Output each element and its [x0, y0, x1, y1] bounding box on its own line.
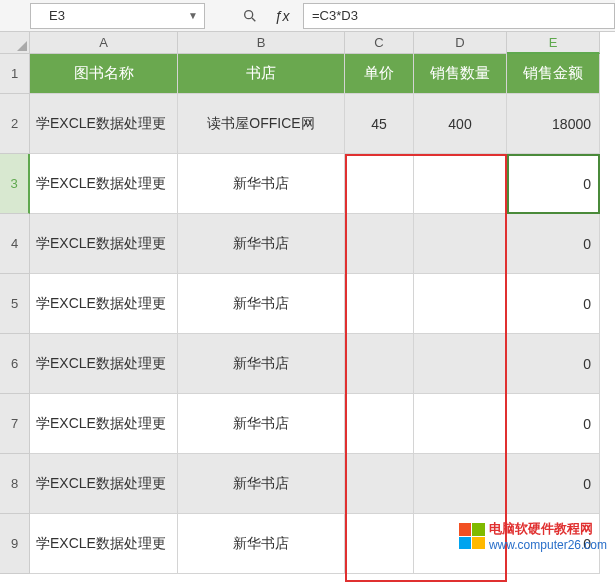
name-box-value: E3 — [31, 8, 65, 23]
cell[interactable]: 销售数量 — [414, 54, 507, 94]
cell[interactable] — [414, 274, 507, 334]
cell[interactable]: 销售金额 — [507, 54, 600, 94]
cell-selected[interactable]: 0 — [507, 154, 600, 214]
table-row: 6 学EXCLE数据处理更 新华书店 0 — [0, 334, 615, 394]
formula-bar: E3 ▼ ƒx =C3*D3 — [0, 0, 615, 32]
cell[interactable] — [414, 454, 507, 514]
cell[interactable] — [414, 214, 507, 274]
cell[interactable]: 45 — [345, 94, 414, 154]
cell[interactable]: 400 — [414, 94, 507, 154]
cell[interactable] — [345, 214, 414, 274]
cell[interactable] — [414, 334, 507, 394]
cell[interactable] — [414, 154, 507, 214]
rows: 1 图书名称 书店 单价 销售数量 销售金额 2 学EXCLE数据处理更 读书屋… — [0, 54, 615, 574]
spreadsheet: A B C D E 1 图书名称 书店 单价 销售数量 销售金额 2 学EXCL… — [0, 32, 615, 574]
cell[interactable]: 18000 — [507, 94, 600, 154]
cell[interactable]: 新华书店 — [178, 334, 345, 394]
watermark: 电脑软硬件教程网 www.computer26.com — [459, 520, 607, 552]
header-row: 1 图书名称 书店 单价 销售数量 销售金额 — [0, 54, 615, 94]
table-row: 3 学EXCLE数据处理更 新华书店 0 — [0, 154, 615, 214]
column-headers: A B C D E — [30, 32, 615, 54]
row-header[interactable]: 6 — [0, 334, 30, 394]
cell[interactable] — [345, 514, 414, 574]
table-row: 5 学EXCLE数据处理更 新华书店 0 — [0, 274, 615, 334]
cell[interactable]: 学EXCLE数据处理更 — [30, 394, 178, 454]
row-header[interactable]: 8 — [0, 454, 30, 514]
cell[interactable]: 新华书店 — [178, 154, 345, 214]
row-header[interactable]: 4 — [0, 214, 30, 274]
row-header[interactable]: 3 — [0, 154, 30, 214]
col-header-e[interactable]: E — [507, 32, 600, 54]
row-header[interactable]: 1 — [0, 54, 30, 94]
cell[interactable]: 读书屋OFFICE网 — [178, 94, 345, 154]
name-box[interactable]: E3 ▼ — [30, 3, 205, 29]
row-header[interactable]: 2 — [0, 94, 30, 154]
formula-input[interactable]: =C3*D3 — [303, 3, 615, 29]
table-row: 7 学EXCLE数据处理更 新华书店 0 — [0, 394, 615, 454]
cell[interactable]: 学EXCLE数据处理更 — [30, 274, 178, 334]
table-row: 4 学EXCLE数据处理更 新华书店 0 — [0, 214, 615, 274]
table-row: 2 学EXCLE数据处理更 读书屋OFFICE网 45 400 18000 — [0, 94, 615, 154]
table-row: 8 学EXCLE数据处理更 新华书店 0 — [0, 454, 615, 514]
cell[interactable]: 单价 — [345, 54, 414, 94]
col-header-b[interactable]: B — [178, 32, 345, 54]
cell[interactable]: 学EXCLE数据处理更 — [30, 214, 178, 274]
cell[interactable]: 新华书店 — [178, 454, 345, 514]
cell[interactable]: 0 — [507, 394, 600, 454]
cell[interactable]: 0 — [507, 454, 600, 514]
cell[interactable]: 0 — [507, 214, 600, 274]
formula-bar-icons: ƒx — [241, 7, 291, 25]
cell[interactable]: 0 — [507, 274, 600, 334]
cell[interactable] — [345, 274, 414, 334]
cell[interactable]: 学EXCLE数据处理更 — [30, 94, 178, 154]
svg-line-1 — [252, 18, 255, 21]
cell[interactable] — [414, 394, 507, 454]
chevron-down-icon[interactable]: ▼ — [188, 10, 198, 21]
fx-icon[interactable]: ƒx — [273, 7, 291, 25]
cell[interactable] — [345, 154, 414, 214]
cell[interactable] — [345, 394, 414, 454]
cell[interactable]: 学EXCLE数据处理更 — [30, 154, 178, 214]
watermark-title: 电脑软硬件教程网 — [489, 520, 607, 538]
cell[interactable]: 书店 — [178, 54, 345, 94]
cell[interactable]: 图书名称 — [30, 54, 178, 94]
svg-point-0 — [245, 10, 253, 18]
search-icon[interactable] — [241, 7, 259, 25]
cell[interactable]: 0 — [507, 334, 600, 394]
cell[interactable] — [345, 334, 414, 394]
col-header-d[interactable]: D — [414, 32, 507, 54]
cell[interactable]: 学EXCLE数据处理更 — [30, 334, 178, 394]
col-header-a[interactable]: A — [30, 32, 178, 54]
windows-icon — [459, 523, 485, 549]
row-header[interactable]: 7 — [0, 394, 30, 454]
row-header[interactable]: 9 — [0, 514, 30, 574]
col-header-c[interactable]: C — [345, 32, 414, 54]
select-all-corner[interactable] — [0, 32, 30, 54]
cell[interactable]: 学EXCLE数据处理更 — [30, 514, 178, 574]
row-header[interactable]: 5 — [0, 274, 30, 334]
formula-text: =C3*D3 — [312, 8, 358, 23]
cell[interactable]: 新华书店 — [178, 394, 345, 454]
cell[interactable]: 新华书店 — [178, 514, 345, 574]
cell[interactable]: 新华书店 — [178, 274, 345, 334]
cell[interactable]: 学EXCLE数据处理更 — [30, 454, 178, 514]
watermark-url: www.computer26.com — [489, 538, 607, 552]
cell[interactable]: 新华书店 — [178, 214, 345, 274]
cell[interactable] — [345, 454, 414, 514]
